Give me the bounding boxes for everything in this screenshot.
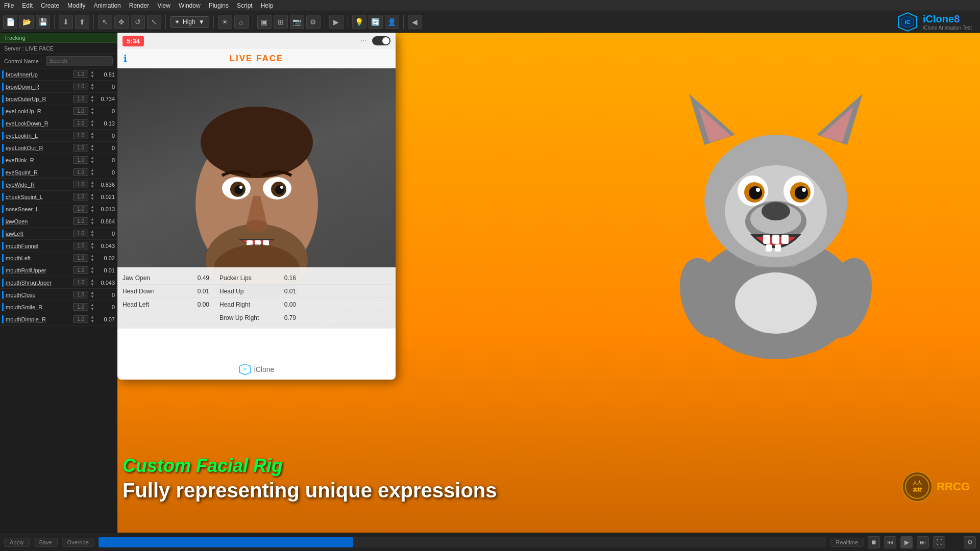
param-multiplier[interactable]: 1.0 (73, 230, 88, 237)
param-arrows[interactable]: ▲ ▼ (90, 193, 94, 201)
toolbar-rotate[interactable]: ↺ (131, 15, 145, 29)
toolbar-back[interactable]: ◀ (408, 15, 422, 29)
param-multiplier[interactable]: 1.0 (73, 303, 88, 311)
menu-edit[interactable]: Edit (22, 2, 33, 9)
toolbar-camera[interactable]: 📷 (290, 15, 304, 29)
param-arrow-down[interactable]: ▼ (90, 148, 94, 152)
menu-plugins[interactable]: Plugins (209, 2, 229, 9)
param-arrows[interactable]: ▲ ▼ (90, 156, 94, 164)
menu-animation[interactable]: Animation (93, 2, 120, 9)
timeline-apply[interactable]: Apply (4, 538, 30, 547)
menu-view[interactable]: View (157, 2, 170, 9)
param-multiplier[interactable]: 1.0 (73, 144, 88, 152)
menu-window[interactable]: Window (179, 2, 201, 9)
param-name[interactable]: mouthLeft (6, 255, 72, 261)
param-multiplier[interactable]: 1.0 (73, 107, 88, 115)
param-multiplier[interactable]: 1.0 (73, 279, 88, 286)
param-name[interactable]: mouthDimple_R (6, 316, 72, 322)
toolbar-light[interactable]: 💡 (352, 15, 366, 29)
param-arrow-down[interactable]: ▼ (90, 270, 94, 274)
param-multiplier[interactable]: 1.0 (73, 254, 88, 262)
menu-file[interactable]: File (4, 2, 14, 9)
toolbar-select[interactable]: ↖ (98, 15, 112, 29)
param-multiplier[interactable]: 1.0 (73, 242, 88, 249)
stop-button[interactable]: ⏹ (868, 536, 880, 548)
param-name[interactable]: mouthSmile_R (6, 304, 72, 310)
param-name[interactable]: eyeWide_R (6, 182, 72, 188)
menu-script[interactable]: Script (237, 2, 253, 9)
param-name[interactable]: eyeSquint_R (6, 169, 72, 176)
toolbar-frame[interactable]: ▣ (257, 15, 272, 29)
param-arrow-down[interactable]: ▼ (90, 136, 94, 140)
param-arrows[interactable]: ▲ ▼ (90, 254, 94, 262)
param-arrows[interactable]: ▲ ▼ (90, 70, 94, 79)
param-name[interactable]: browDown_R (6, 84, 72, 90)
param-name[interactable]: browOuterUp_R (6, 96, 72, 102)
param-arrow-down[interactable]: ▼ (90, 246, 94, 250)
param-arrow-down[interactable]: ▼ (90, 234, 94, 238)
fullscreen-button[interactable]: ⛶ (933, 536, 945, 548)
param-arrow-down[interactable]: ▼ (90, 221, 94, 226)
toolbar-new[interactable]: 📄 (3, 15, 17, 29)
param-multiplier[interactable]: 1.0 (73, 315, 88, 323)
param-multiplier[interactable]: 1.0 (73, 217, 88, 225)
param-arrow-down[interactable]: ▼ (90, 295, 94, 299)
param-arrows[interactable]: ▲ ▼ (90, 132, 94, 140)
param-multiplier[interactable]: 1.0 (73, 70, 88, 78)
param-arrows[interactable]: ▲ ▼ (90, 95, 94, 103)
toolbar-sun[interactable]: ☀ (218, 15, 232, 29)
param-multiplier[interactable]: 1.0 (73, 181, 88, 188)
param-name[interactable]: eyeLookIn_L (6, 133, 72, 139)
param-name[interactable]: jawLeft (6, 231, 72, 237)
param-arrow-down[interactable]: ▼ (90, 307, 94, 311)
param-arrows[interactable]: ▲ ▼ (90, 144, 94, 152)
search-input[interactable] (46, 56, 113, 65)
toolbar-grid[interactable]: ⊞ (274, 15, 288, 29)
param-name[interactable]: mouthShrugUpper (6, 280, 72, 286)
param-multiplier[interactable]: 1.0 (73, 83, 88, 90)
toolbar-export[interactable]: ⬆ (75, 15, 89, 29)
param-arrow-down[interactable]: ▼ (90, 123, 94, 128)
param-multiplier[interactable]: 1.0 (73, 291, 88, 298)
param-arrow-down[interactable]: ▼ (90, 99, 94, 103)
menu-create[interactable]: Create (41, 2, 59, 9)
param-name[interactable]: eyeBlink_R (6, 157, 72, 163)
param-multiplier[interactable]: 1.0 (73, 119, 88, 127)
phone-toggle[interactable] (372, 36, 390, 45)
param-multiplier[interactable]: 1.0 (73, 266, 88, 274)
param-multiplier[interactable]: 1.0 (73, 168, 88, 176)
param-name[interactable]: mouthRollUpper (6, 267, 72, 273)
param-multiplier[interactable]: 1.0 (73, 156, 88, 164)
timeline-track[interactable] (99, 537, 826, 547)
param-arrow-down[interactable]: ▼ (90, 319, 94, 323)
param-name[interactable]: mouthFunnel (6, 243, 72, 249)
param-multiplier[interactable]: 1.0 (73, 132, 88, 139)
param-multiplier[interactable]: 1.0 (73, 193, 88, 201)
param-arrow-down[interactable]: ▼ (90, 111, 94, 115)
quality-dropdown[interactable]: ✦ High ▼ (170, 16, 209, 28)
prev-button[interactable]: ⏮ (884, 536, 896, 548)
param-arrows[interactable]: ▲ ▼ (90, 230, 94, 238)
param-name[interactable]: noseSneer_L (6, 206, 72, 212)
param-name[interactable]: eyeLookUp_R (6, 108, 72, 114)
param-arrows[interactable]: ▲ ▼ (90, 279, 94, 287)
param-arrows[interactable]: ▲ ▼ (90, 119, 94, 128)
param-arrow-down[interactable]: ▼ (90, 209, 94, 213)
toolbar-play[interactable]: ▶ (329, 15, 344, 29)
param-arrows[interactable]: ▲ ▼ (90, 315, 94, 323)
param-arrow-down[interactable]: ▼ (90, 185, 94, 189)
param-arrows[interactable]: ▲ ▼ (90, 168, 94, 177)
param-multiplier[interactable]: 1.0 (73, 205, 88, 213)
param-name[interactable]: eyeLookOut_R (6, 145, 72, 151)
timeline-settings[interactable]: ⚙ (964, 536, 976, 548)
param-arrow-down[interactable]: ▼ (90, 74, 94, 79)
toolbar-open[interactable]: 📂 (19, 15, 34, 29)
timeline-realtime[interactable]: Realtime (830, 538, 864, 547)
toolbar-scale[interactable]: ⤡ (147, 15, 161, 29)
timeline-override[interactable]: Override (62, 538, 94, 547)
timeline-save[interactable]: Save (34, 538, 58, 547)
param-arrows[interactable]: ▲ ▼ (90, 217, 94, 226)
toolbar-chars[interactable]: 👤 (385, 15, 399, 29)
param-arrows[interactable]: ▲ ▼ (90, 107, 94, 115)
param-name[interactable]: jawOpen (6, 218, 72, 224)
